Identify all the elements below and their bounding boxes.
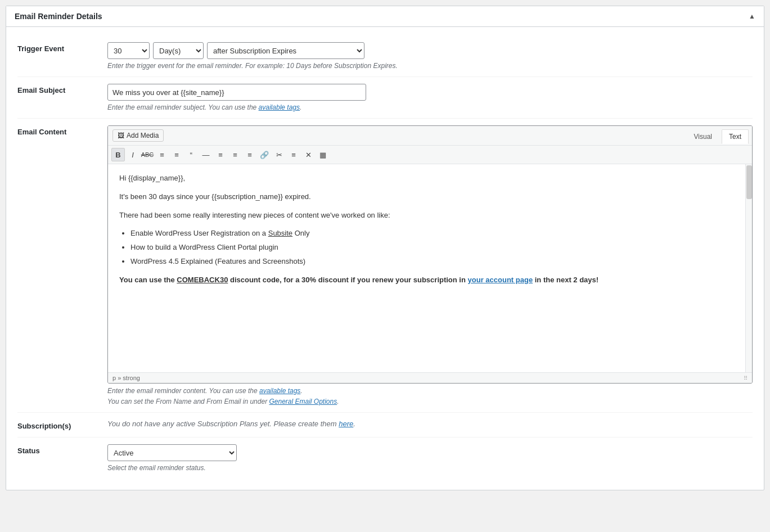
toolbar-align-right[interactable]: ≡: [243, 148, 256, 161]
trigger-event-select[interactable]: before Subscription Expires after Subscr…: [207, 42, 364, 59]
email-subject-helper: Enter the email reminder subject. You ca…: [107, 103, 753, 111]
trigger-event-field: 30 123 5710 142145 6090 Day(s) Week(s) M…: [107, 42, 753, 70]
media-bar: 🖼 Add Media: [108, 126, 686, 145]
trigger-event-label: Trigger Event: [17, 42, 107, 53]
list-item-3: WordPress 4.5 Explained (Features and Sc…: [130, 256, 741, 268]
promo-code: COMEBACK30: [177, 276, 228, 284]
email-subject-helper-prefix: Enter the email reminder subject. You ca…: [107, 103, 259, 111]
email-subject-helper-suffix: .: [300, 103, 301, 111]
list-item-1: Enable WordPress User Registration on a …: [130, 228, 741, 240]
content-greeting: Hi {{display_name}},: [119, 173, 741, 184]
status-field: Active Inactive Select the email reminde…: [107, 444, 753, 472]
subscriptions-field: You do not have any active Subscription …: [107, 420, 753, 428]
editor-status-bar: p » strong ⠿: [108, 372, 752, 383]
subscriptions-note-suffix: .: [353, 420, 355, 428]
create-subscription-link[interactable]: here: [339, 420, 353, 428]
account-page-link[interactable]: your account page: [468, 276, 533, 284]
toolbar-blockquote[interactable]: “: [184, 148, 198, 161]
trigger-days-select[interactable]: 30 123 5710 142145 6090: [107, 42, 150, 59]
email-content-row: Email Content 🖼 Add Media Visual: [17, 119, 753, 413]
status-select[interactable]: Active Inactive: [107, 444, 237, 461]
status-helper: Select the email reminder status.: [107, 464, 753, 472]
add-media-button[interactable]: 🖼 Add Media: [112, 129, 164, 142]
subscriptions-note-prefix: You do not have any active Subscription …: [107, 420, 339, 428]
toolbar-ol[interactable]: ≡: [170, 148, 183, 161]
available-tags-link-content[interactable]: available tags: [259, 387, 300, 395]
available-tags-link-subject[interactable]: available tags: [259, 103, 300, 111]
content-helper-1: Enter the email reminder content. You ca…: [107, 387, 753, 395]
promo-text1: You can use the: [119, 276, 177, 284]
toolbar-ul[interactable]: ≡: [155, 148, 169, 161]
editor-area: Hi {{display_name}}, It's been 30 days s…: [108, 164, 752, 372]
list-item-2: How to build a WordPress Client Portal p…: [130, 242, 741, 254]
add-media-icon: 🖼: [118, 132, 124, 139]
toolbar-fullscreen[interactable]: ✕: [301, 148, 315, 161]
content-helper-2: You can set the From Name and From Email…: [107, 398, 753, 405]
general-email-options-link[interactable]: General Email Options: [269, 398, 337, 405]
toolbar-link[interactable]: 🔗: [258, 148, 271, 161]
trigger-unit-select[interactable]: Day(s) Week(s) Month(s): [153, 42, 204, 59]
email-subject-row: Email Subject Enter the email reminder s…: [17, 77, 753, 119]
panel-header: Email Reminder Details ▲: [6, 6, 764, 27]
toolbar-align-left[interactable]: ≡: [214, 148, 227, 161]
add-media-label: Add Media: [127, 132, 159, 139]
content-helper-prefix: Enter the email reminder content. You ca…: [107, 387, 259, 395]
content-line2: It's been 30 days since your {{subscript…: [119, 191, 741, 203]
panel-body: Trigger Event 30 123 5710 142145 6090 Da…: [6, 27, 764, 490]
trigger-event-row: Trigger Event 30 123 5710 142145 6090 Da…: [17, 35, 753, 77]
trigger-helper: Enter the trigger event for the email re…: [107, 62, 753, 70]
tab-text[interactable]: Text: [722, 129, 749, 144]
from-helper-prefix: You can set the From Name and From Email…: [107, 398, 269, 405]
content-helper-suffix: .: [300, 387, 302, 395]
toolbar-align-center[interactable]: ≡: [228, 148, 242, 161]
editor-scrollbar-thumb: [746, 165, 752, 199]
promo-text3: in the next 2 days!: [533, 276, 598, 284]
editor-wrapper: 🖼 Add Media Visual Text B I ABC: [107, 125, 753, 384]
editor-tabs: Visual Text: [686, 128, 752, 144]
tab-visual[interactable]: Visual: [687, 129, 719, 144]
email-reminder-panel: Email Reminder Details ▲ Trigger Event 3…: [6, 6, 764, 490]
email-content-field: 🖼 Add Media Visual Text B I ABC: [107, 125, 753, 405]
content-promo: You can use the COMEBACK30 discount code…: [119, 274, 741, 286]
editor-content-editable[interactable]: Hi {{display_name}}, It's been 30 days s…: [108, 164, 752, 372]
subscriptions-note: You do not have any active Subscription …: [107, 420, 753, 428]
promo-text2: discount code, for a 30% discount if you…: [228, 276, 467, 284]
panel-toggle-icon[interactable]: ▲: [749, 12, 755, 20]
email-content-label: Email Content: [17, 125, 107, 136]
trigger-controls: 30 123 5710 142145 6090 Day(s) Week(s) M…: [107, 42, 753, 59]
email-subject-label: Email Subject: [17, 84, 107, 94]
toolbar-indent[interactable]: ≡: [287, 148, 300, 161]
editor-toolbar: B I ABC ≡ ≡ “ — ≡ ≡ ≡ 🔗 ✂ ≡ ✕ ▦: [108, 146, 752, 164]
from-helper-suffix: .: [337, 398, 339, 405]
editor-resize-handle[interactable]: ⠿: [744, 375, 748, 381]
content-list: Enable WordPress User Registration on a …: [130, 228, 741, 267]
toolbar-strikethrough[interactable]: ABC: [141, 148, 154, 161]
panel-title: Email Reminder Details: [15, 12, 102, 21]
subscriptions-row: Subscription(s) You do not have any acti…: [17, 413, 753, 438]
subsite-link: Subsite: [268, 229, 292, 237]
subscriptions-label: Subscription(s): [17, 420, 107, 430]
email-subject-field: Enter the email reminder subject. You ca…: [107, 84, 753, 111]
content-line3: There had been some really interesting n…: [119, 210, 741, 222]
toolbar-table[interactable]: ▦: [316, 148, 330, 161]
toolbar-unlink[interactable]: ✂: [272, 148, 286, 161]
toolbar-hr[interactable]: —: [199, 148, 213, 161]
editor-path: p » strong: [112, 375, 140, 381]
toolbar-italic[interactable]: I: [126, 148, 139, 161]
editor-scrollbar[interactable]: [745, 164, 752, 372]
email-subject-input[interactable]: [107, 84, 366, 101]
status-row: Status Active Inactive Select the email …: [17, 438, 753, 479]
toolbar-bold[interactable]: B: [111, 148, 125, 161]
status-label: Status: [17, 444, 107, 455]
